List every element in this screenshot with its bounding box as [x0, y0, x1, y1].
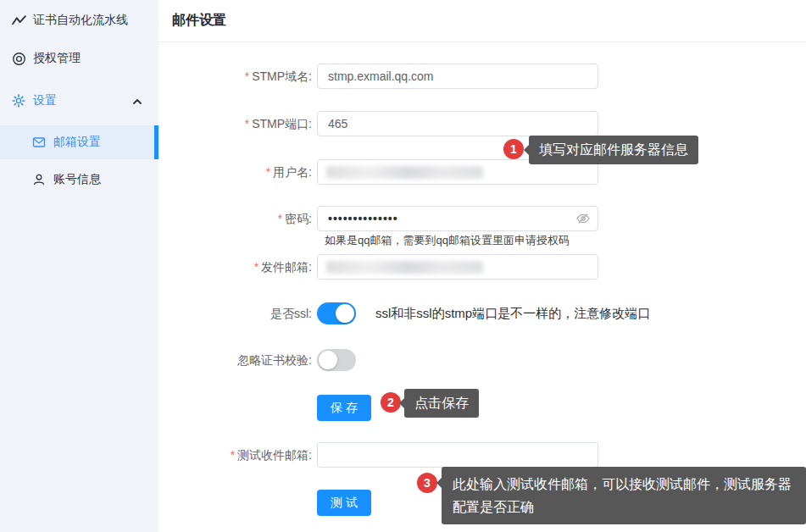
annotation-tooltip-3: 此处输入测试收件邮箱，可以接收测试邮件，测试服务器配置是否正确 — [442, 467, 806, 524]
save-button[interactable]: 保 存 — [317, 395, 371, 421]
sidebar: 证书自动化流水线 授权管理 设置 邮箱设置 账号信息 — [0, 0, 158, 532]
username-row: *用户名: — [158, 159, 440, 185]
ignore-cert-toggle[interactable] — [317, 349, 356, 371]
password-row: *密码: — [158, 206, 440, 231]
sender-email-row: *发件邮箱: — [158, 254, 440, 280]
annotation-tooltip-2: 点击保存 — [404, 389, 479, 418]
gear-icon — [12, 94, 26, 108]
sender-email-input[interactable] — [317, 254, 598, 280]
annotation-badge-2: 2 — [381, 392, 401, 413]
toggle-knob — [319, 351, 337, 369]
sidebar-item-cert-pipeline[interactable]: 证书自动化流水线 — [0, 3, 158, 37]
sidebar-item-settings[interactable]: 设置 — [0, 84, 158, 118]
envelope-icon — [32, 136, 47, 150]
test-email-label: *测试收件邮箱: — [158, 442, 312, 468]
ssl-toggle[interactable] — [317, 302, 356, 324]
sender-email-label: *发件邮箱: — [158, 254, 312, 280]
sidebar-item-account-info[interactable]: 账号信息 — [0, 163, 158, 197]
password-input[interactable] — [317, 206, 598, 231]
page-title: 邮件设置 — [158, 0, 806, 42]
ignore-cert-label: 忽略证书校验: — [158, 349, 312, 371]
sidebar-item-label: 设置 — [33, 93, 57, 108]
sidebar-item-auth-management[interactable]: 授权管理 — [0, 42, 158, 75]
annotation-tooltip-1: 填写对应邮件服务器信息 — [529, 136, 698, 164]
ignore-cert-row: 忽略证书校验: — [158, 349, 197, 371]
sidebar-item-mail-settings[interactable]: 邮箱设置 — [0, 125, 158, 159]
annotation-badge-3: 3 — [417, 473, 437, 493]
user-icon — [32, 173, 47, 187]
main-content: 邮件设置 *STMP域名: *STMP端口: *用户名: *密码: 如果是qq邮… — [158, 0, 806, 532]
sidebar-item-label: 证书自动化流水线 — [33, 13, 128, 28]
annotation-badge-1: 1 — [503, 139, 524, 159]
smtp-domain-input[interactable] — [317, 64, 598, 89]
smtp-domain-label: *STMP域名: — [158, 64, 312, 89]
password-label: *密码: — [158, 206, 312, 231]
smtp-port-row: *STMP端口: — [158, 111, 440, 136]
smtp-port-label: *STMP端口: — [158, 111, 312, 136]
target-icon — [12, 52, 26, 66]
sidebar-item-label: 邮箱设置 — [53, 135, 101, 150]
eye-off-icon[interactable] — [575, 211, 591, 226]
ssl-label: 是否ssl: — [158, 302, 312, 324]
test-email-row: *测试收件邮箱: — [158, 442, 440, 468]
trend-line-icon — [12, 14, 26, 28]
username-label: *用户名: — [158, 159, 312, 185]
sidebar-item-label: 账号信息 — [53, 172, 101, 187]
chevron-up-icon[interactable] — [132, 96, 142, 106]
toggle-knob — [336, 304, 354, 323]
test-button[interactable]: 测 试 — [317, 490, 371, 516]
smtp-domain-row: *STMP域名: — [158, 64, 440, 89]
test-email-input[interactable] — [317, 442, 598, 468]
ssl-row: 是否ssl: ssl和非ssl的stmp端口是不一样的，注意修改端口 — [158, 302, 197, 324]
smtp-port-input[interactable] — [317, 111, 598, 136]
ssl-note: ssl和非ssl的stmp端口是不一样的，注意修改端口 — [375, 302, 650, 324]
password-hint: 如果是qq邮箱，需要到qq邮箱设置里面申请授权码 — [325, 233, 570, 248]
sidebar-item-label: 授权管理 — [33, 51, 81, 66]
